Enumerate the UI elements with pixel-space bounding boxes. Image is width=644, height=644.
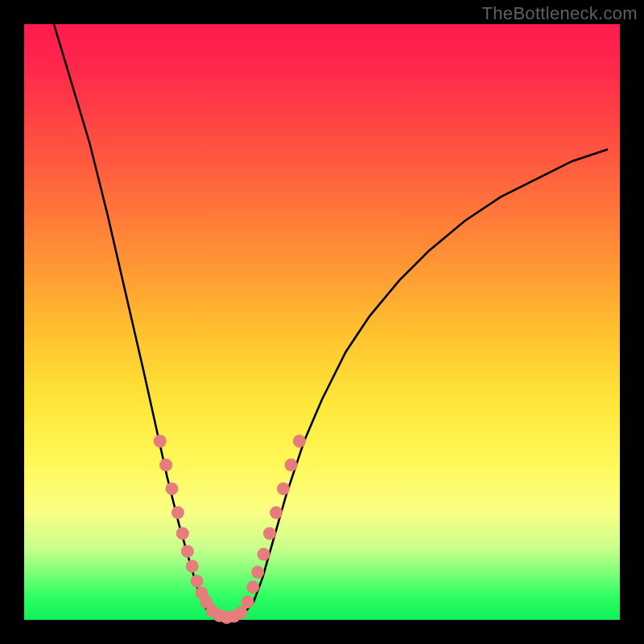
data-point [251,566,264,579]
data-point [176,527,189,540]
data-point [154,435,167,448]
curve-svg [24,24,620,620]
watermark-label: TheBottleneck.com [482,3,638,24]
bottleneck-curve [54,24,608,619]
data-point [246,580,259,593]
plot-area [24,24,620,620]
data-point [258,548,270,561]
data-point [234,606,247,619]
data-point [293,435,306,448]
data-point [186,559,199,572]
data-point [270,506,283,519]
data-point [181,545,194,558]
data-point [191,575,204,588]
data-point [285,459,298,472]
data-point [242,596,254,609]
data-point [263,527,276,540]
data-points-group [154,435,306,624]
data-point [277,482,290,495]
data-point [159,459,172,472]
data-point [171,506,184,519]
chart-container: TheBottleneck.com [0,0,644,644]
data-point [166,482,179,495]
